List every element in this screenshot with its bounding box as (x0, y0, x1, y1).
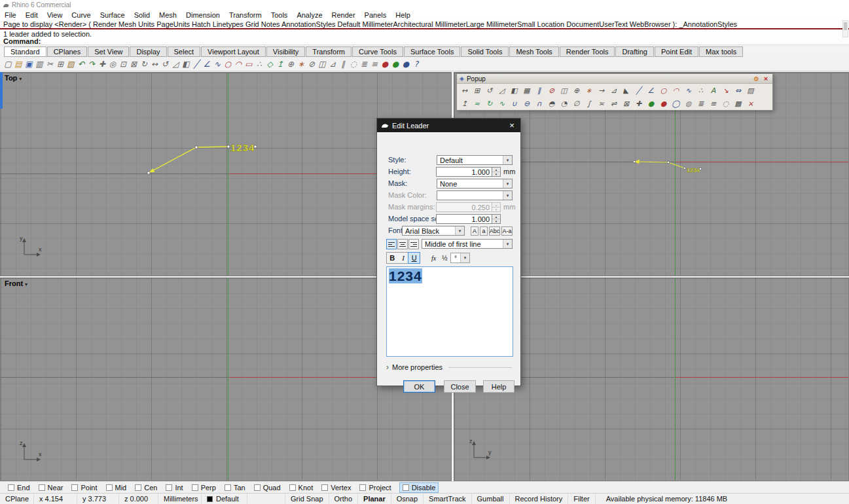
tab-drafting[interactable]: Drafting (615, 46, 654, 57)
spin-down-icon[interactable] (492, 219, 500, 223)
vertical-align-dropdown[interactable]: Middle of first line (422, 239, 513, 249)
checkbox[interactable] (166, 484, 172, 491)
symbol-dropdown[interactable]: ° (450, 253, 470, 263)
checkbox[interactable] (359, 484, 366, 491)
ghosted-icon[interactable]: ◍ (682, 98, 695, 109)
menu-edit[interactable]: Edit (21, 10, 43, 20)
offset-icon[interactable]: ∥ (533, 84, 545, 96)
shaded-view-icon[interactable]: ● (390, 58, 401, 70)
leader-text-editor[interactable]: 1234 (386, 266, 513, 357)
boolean-difference-icon[interactable]: ⊖ (520, 98, 533, 109)
status-filter[interactable]: Filter (568, 494, 595, 504)
checkbox[interactable] (135, 484, 141, 491)
split-icon[interactable]: ◫ (558, 84, 570, 96)
viewport-title-top[interactable]: Top (5, 74, 22, 82)
toggle-case-button[interactable]: A-a (501, 226, 513, 236)
move-icon[interactable]: ↔ (458, 84, 471, 96)
tab-cplanes[interactable]: CPlanes (47, 46, 88, 57)
command-input[interactable]: Command: (3, 37, 41, 45)
help-button[interactable]: Help (483, 380, 515, 393)
polyline-icon[interactable]: ∠ (645, 84, 657, 96)
join-icon[interactable]: ⊕ (570, 84, 583, 96)
command-scrollbar[interactable] (842, 20, 848, 37)
italic-button[interactable]: I (398, 253, 409, 263)
undo-icon[interactable]: ↶ (76, 58, 86, 70)
osnap-disable[interactable]: Disable (400, 483, 439, 492)
pan-icon[interactable]: ✚ (97, 58, 107, 70)
spin-up-icon[interactable] (492, 215, 500, 219)
menu-panels[interactable]: Panels (360, 10, 391, 20)
checkbox[interactable] (39, 484, 45, 491)
menu-dimension[interactable]: Dimension (181, 10, 225, 20)
boolean-union-icon[interactable]: ∪ (508, 98, 520, 109)
osnap-near[interactable]: Near (39, 484, 63, 492)
extrude-icon[interactable]: ↥ (275, 58, 285, 70)
zoom-dynamic-icon[interactable]: ◎ (107, 58, 118, 70)
split-icon[interactable]: ◫ (317, 58, 327, 70)
control-point[interactable] (633, 160, 636, 163)
align-left-button[interactable] (386, 239, 397, 249)
chevron-down-icon[interactable] (460, 253, 469, 262)
checkbox[interactable] (289, 484, 296, 491)
tab-set-view[interactable]: Set View (88, 46, 129, 57)
osnap-tan[interactable]: Tan (225, 484, 245, 492)
hide-icon[interactable]: ◌ (719, 98, 732, 109)
move-icon[interactable]: ↔ (149, 58, 160, 70)
tab-viewport-layout[interactable]: Viewport Layout (201, 46, 266, 57)
arc-icon[interactable]: ◠ (233, 58, 244, 70)
explode-icon[interactable]: ∗ (583, 84, 595, 96)
bold-button[interactable]: B (387, 253, 398, 263)
scrollbar-thumb[interactable] (844, 22, 847, 30)
tab-point-edit[interactable]: Point Edit (655, 46, 698, 57)
tab-visibility[interactable]: Visibility (266, 46, 306, 57)
line-icon[interactable]: ╱ (191, 58, 202, 70)
chamfer-icon[interactable]: ◣ (620, 84, 632, 96)
osnap-project[interactable]: Project (359, 484, 391, 492)
osnap-mid[interactable]: Mid (106, 484, 127, 492)
menu-file[interactable]: File (0, 10, 21, 20)
sentence-case-button[interactable]: Abc (489, 226, 500, 236)
offset-icon[interactable]: ∥ (338, 58, 348, 70)
cut-icon[interactable]: ✂ (45, 58, 55, 70)
fillet-icon[interactable]: ⊿ (327, 58, 338, 70)
zoom-extents-icon[interactable]: ⊠ (128, 58, 139, 70)
checkbox[interactable] (192, 484, 198, 491)
status-planar[interactable]: Planar (358, 494, 391, 504)
menu-help[interactable]: Help (391, 10, 415, 20)
status-grid-snap[interactable]: Grid Snap (285, 494, 329, 504)
leader-line[interactable] (149, 147, 228, 173)
checkbox[interactable] (225, 484, 231, 491)
osnap-quad[interactable]: Quad (254, 484, 281, 492)
line-icon[interactable]: ╱ (632, 84, 645, 96)
surface-icon[interactable]: ◇ (264, 58, 275, 70)
help-icon[interactable]: ? (411, 58, 422, 70)
checkbox[interactable] (8, 484, 14, 491)
boolean-intersection-icon[interactable]: ∩ (533, 98, 545, 109)
layers-icon[interactable]: ≣ (359, 58, 369, 70)
osnap-perp[interactable]: Perp (192, 484, 216, 492)
extrude-icon[interactable]: ↥ (458, 98, 471, 109)
status-osnap[interactable]: Osnap (391, 494, 424, 504)
menu-mesh[interactable]: Mesh (154, 10, 181, 20)
tab-display[interactable]: Display (130, 46, 166, 57)
redo-icon[interactable]: ↷ (86, 58, 97, 70)
gear-icon[interactable] (753, 75, 759, 82)
osnap-end[interactable]: End (8, 484, 30, 492)
tab-transform[interactable]: Transform (306, 46, 352, 57)
save-file-icon[interactable]: ▣ (24, 58, 34, 70)
copy-clipboard-icon[interactable]: ⊞ (55, 58, 65, 70)
mirror-icon[interactable]: ◧ (181, 58, 191, 70)
menu-solid[interactable]: Solid (130, 10, 154, 20)
menu-surface[interactable]: Surface (96, 10, 130, 20)
curve-icon[interactable]: ∿ (682, 84, 695, 96)
chevron-down-icon[interactable] (503, 240, 512, 248)
properties-icon[interactable]: ≡ (369, 58, 380, 70)
tab-surface-tools[interactable]: Surface Tools (404, 46, 460, 57)
pipe-icon[interactable]: ∅ (570, 98, 583, 109)
mirror-icon[interactable]: ◧ (508, 84, 520, 96)
leader-text[interactable]: 1234 (230, 142, 255, 153)
polyline-icon[interactable]: ∠ (202, 58, 212, 70)
mask-color-dropdown[interactable] (437, 190, 513, 200)
osnap-point[interactable]: Point (71, 484, 97, 492)
checkbox[interactable] (403, 484, 409, 491)
